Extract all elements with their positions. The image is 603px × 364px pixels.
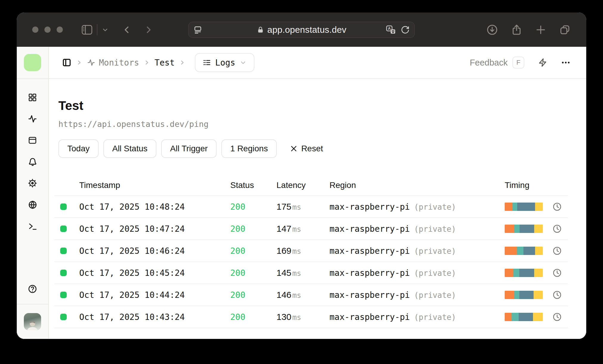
timing-segment: [519, 313, 533, 321]
downloads-icon[interactable]: [486, 24, 498, 36]
timing-segment: [505, 269, 513, 277]
row-status: 200: [230, 290, 276, 300]
log-row[interactable]: Oct 17, 2025 10:43:24 200 130 ms max-ras…: [55, 306, 568, 328]
timing-segment: [535, 203, 543, 211]
app-sidebar: [17, 47, 49, 339]
table-header-row: Timestamp Status Latency Region Timing: [55, 175, 568, 196]
traffic-lights: [32, 27, 63, 33]
minimize-window-button[interactable]: [44, 27, 51, 33]
zoom-window-button[interactable]: [57, 27, 63, 33]
row-timestamp: Oct 17, 2025 10:43:24: [79, 312, 230, 322]
rows-list-icon: [203, 58, 211, 67]
timing-segment: [513, 269, 519, 277]
timing-bar: [505, 291, 543, 299]
timing-segment: [514, 225, 520, 233]
row-timestamp: Oct 17, 2025 10:46:24: [79, 246, 230, 256]
breadcrumb-monitors[interactable]: Monitors: [87, 58, 139, 68]
reset-label: Reset: [301, 144, 323, 153]
log-row[interactable]: Oct 17, 2025 10:44:24 200 146 ms max-ras…: [55, 284, 568, 306]
more-options-button[interactable]: [561, 57, 571, 68]
sidebar-item-settings[interactable]: [22, 172, 43, 194]
translate-icon[interactable]: A: [386, 25, 396, 35]
filter-trigger[interactable]: All Trigger: [161, 139, 217, 158]
ellipsis-icon: [561, 57, 571, 68]
row-details-button[interactable]: [552, 246, 568, 256]
user-avatar[interactable]: [24, 313, 41, 330]
sidebar-chevron-down-icon[interactable]: [102, 26, 109, 33]
chevron-down-icon: [240, 59, 247, 66]
row-details-button[interactable]: [552, 268, 568, 278]
row-latency-unit: ms: [292, 247, 301, 256]
new-tab-icon[interactable]: [535, 24, 546, 35]
back-button[interactable]: [122, 25, 132, 35]
row-latency-value: 169: [276, 246, 291, 256]
activity-icon: [28, 114, 37, 124]
address-bar[interactable]: app.openstatus.dev A: [188, 22, 415, 38]
row-status: 200: [230, 224, 276, 234]
sidebar-nav: [22, 87, 43, 237]
sidebar-item-monitors[interactable]: [22, 108, 43, 130]
row-details-button[interactable]: [552, 202, 568, 211]
timing-segment: [535, 247, 543, 255]
filter-date[interactable]: Today: [58, 139, 99, 158]
user-menu[interactable]: [17, 304, 48, 339]
log-row[interactable]: Oct 17, 2025 10:48:24 200 175 ms max-ras…: [55, 196, 568, 218]
timing-segment: [533, 313, 543, 321]
browser-window: app.openstatus.dev A: [17, 13, 586, 339]
screenshot-stage: app.openstatus.dev A: [0, 0, 603, 364]
tab-overview-icon[interactable]: [559, 24, 571, 36]
filter-regions[interactable]: 1 Regions: [221, 139, 277, 158]
row-region-suffix: (private): [414, 291, 456, 300]
row-timestamp: Oct 17, 2025 10:48:24: [79, 202, 230, 212]
sidebar-item-cli[interactable]: [22, 215, 43, 237]
sidebar-item-regions[interactable]: [22, 194, 43, 215]
terminal-icon: [28, 222, 37, 231]
log-row[interactable]: Oct 17, 2025 10:47:24 200 147 ms max-ras…: [55, 218, 568, 240]
header-status: Status: [230, 181, 276, 190]
row-latency-value: 130: [276, 312, 291, 322]
timing-bar: [505, 313, 543, 321]
row-details-button[interactable]: [552, 224, 568, 234]
log-row[interactable]: Oct 17, 2025 10:46:24 200 169 ms max-ras…: [55, 240, 568, 262]
panel-left-toggle-icon[interactable]: [62, 58, 72, 67]
row-timestamp: Oct 17, 2025 10:45:24: [79, 268, 230, 278]
header-timestamp: Timestamp: [79, 181, 230, 190]
breadcrumb-monitor-name[interactable]: Test: [155, 58, 175, 68]
help-button[interactable]: [22, 278, 43, 300]
workspace-logo[interactable]: [24, 54, 41, 71]
timing-segment: [512, 313, 519, 321]
grid-icon: [28, 93, 37, 102]
row-timestamp: Oct 17, 2025 10:47:24: [79, 224, 230, 234]
feedback-button[interactable]: Feedback: [470, 58, 508, 68]
row-latency-unit: ms: [292, 269, 301, 278]
reset-filters-button[interactable]: Reset: [290, 144, 323, 153]
app-header: Monitors Test L: [49, 47, 586, 79]
row-details-button[interactable]: [552, 312, 568, 322]
close-window-button[interactable]: [32, 27, 38, 33]
reload-icon[interactable]: [401, 25, 410, 34]
timing-segment: [514, 291, 519, 299]
row-details-button[interactable]: [552, 290, 568, 300]
row-latency-value: 175: [276, 202, 291, 212]
address-center: app.openstatus.dev: [257, 25, 346, 35]
row-status: 200: [230, 312, 276, 322]
reader-page-icon[interactable]: [193, 25, 202, 34]
chevron-right-icon: [143, 59, 150, 66]
chevron-right-icon: [76, 59, 83, 66]
status-dot: [60, 225, 67, 232]
sidebar-item-notifications[interactable]: [22, 151, 43, 172]
forward-button[interactable]: [143, 25, 153, 35]
sidebar-toggle-icon[interactable]: [81, 25, 93, 35]
monitor-endpoint-url: https://api.openstatus.dev/ping: [58, 119, 586, 129]
view-selector[interactable]: Logs: [195, 53, 254, 72]
sidebar-item-dashboard[interactable]: [22, 87, 43, 108]
share-icon[interactable]: [511, 24, 523, 36]
sidebar-item-status-pages[interactable]: [22, 130, 43, 151]
log-row[interactable]: Oct 17, 2025 10:45:24 200 145 ms max-ras…: [55, 262, 568, 284]
view-selector-label: Logs: [215, 58, 235, 68]
command-zap-button[interactable]: [538, 58, 548, 67]
breadcrumb-monitors-label: Monitors: [99, 58, 139, 68]
zap-icon: [538, 58, 548, 67]
activity-icon: [87, 58, 95, 67]
filter-status[interactable]: All Status: [103, 139, 156, 158]
